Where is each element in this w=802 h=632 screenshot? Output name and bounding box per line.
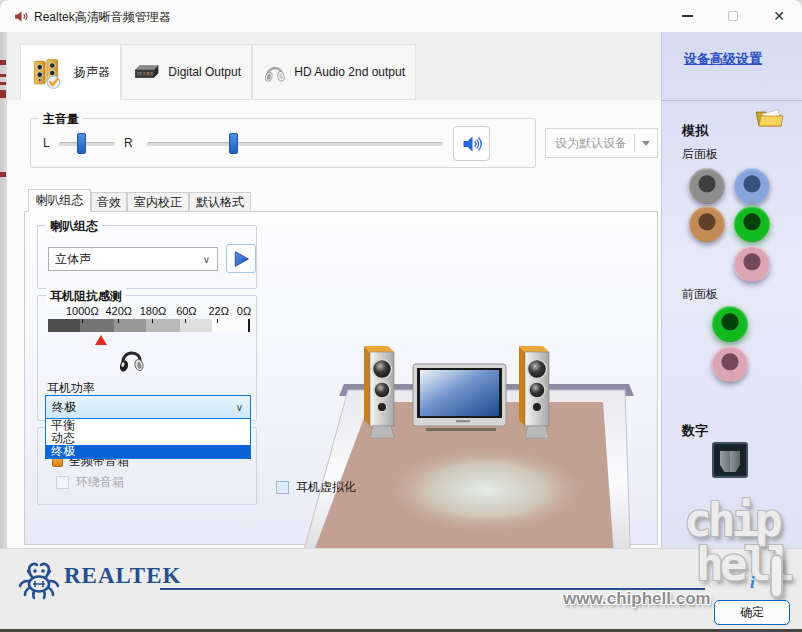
tab-room-correction[interactable]: 室内校正 bbox=[127, 192, 189, 212]
folder-icon[interactable] bbox=[754, 104, 784, 130]
tab-hd-audio-2nd-output-label: HD Audio 2nd output bbox=[294, 65, 405, 79]
desktop-artifact bbox=[0, 82, 6, 85]
tab-sound-effects-label: 音效 bbox=[97, 194, 121, 211]
tick-label: 60Ω bbox=[176, 305, 196, 317]
tab-speakers[interactable]: 扬声器 bbox=[20, 44, 121, 101]
front-panel-label: 前面板 bbox=[682, 286, 718, 303]
optical-port-icon bbox=[720, 448, 740, 472]
speaker-config-select[interactable]: 立体声 ∨ bbox=[48, 247, 218, 271]
tab-default-format-label: 默认格式 bbox=[196, 194, 244, 211]
tab-speakers-label: 扬声器 bbox=[74, 64, 110, 81]
optical-spdif-connector[interactable] bbox=[712, 442, 748, 478]
close-icon: ✕ bbox=[773, 9, 785, 23]
dropdown-option-balanced[interactable]: 平衡 bbox=[46, 419, 250, 432]
maximize-button[interactable] bbox=[712, 0, 754, 32]
tab-default-format[interactable]: 默认格式 bbox=[189, 192, 251, 212]
desktop-edge-artifact bbox=[0, 32, 7, 629]
window-title: Realtek高清晰音频管理器 bbox=[34, 9, 171, 26]
speaker-configuration-label: 喇叭组态 bbox=[46, 218, 102, 235]
headphone-power-combobox[interactable]: 终极 ∨ bbox=[45, 395, 251, 419]
right-speaker bbox=[519, 346, 549, 438]
device-advanced-settings-link[interactable]: 设备高级设置 bbox=[684, 50, 762, 68]
digital-device-icon bbox=[132, 55, 160, 89]
impedance-tick-labels: 1000Ω 420Ω 180Ω 60Ω 22Ω 0Ω bbox=[48, 305, 250, 317]
speaker-config-panel: 喇叭组态 立体声 ∨ 耳机阻抗感测 1000Ω bbox=[24, 211, 658, 545]
set-default-dropdown-arrow[interactable] bbox=[635, 141, 657, 146]
play-test-button[interactable] bbox=[226, 244, 256, 273]
realtek-crab-logo bbox=[16, 559, 62, 603]
desktop-artifact bbox=[0, 172, 6, 177]
surround-speaker-checkbox-row[interactable]: 环绕音箱 bbox=[56, 474, 124, 491]
set-default-device-button[interactable]: 设为默认设备 bbox=[545, 128, 658, 158]
tab-digital-output-label: Digital Output bbox=[168, 65, 241, 79]
main-volume-group: 主音量 L R bbox=[30, 118, 536, 168]
dropdown-option-ultimate[interactable]: 终极 bbox=[46, 445, 250, 458]
close-button[interactable]: ✕ bbox=[758, 0, 800, 32]
app-speaker-icon bbox=[13, 8, 30, 25]
ok-button[interactable]: 确定 bbox=[714, 600, 790, 625]
bar-tick bbox=[185, 319, 186, 323]
sidebar-divider bbox=[662, 100, 802, 101]
tick-label: 180Ω bbox=[140, 305, 167, 317]
analog-section-label: 模拟 bbox=[682, 122, 708, 140]
headphone-power-dropdown-list: 平衡 动态 终极 bbox=[45, 418, 251, 459]
volume-slider-handle[interactable] bbox=[229, 133, 238, 154]
site-watermark: www.chiphell.com bbox=[563, 589, 711, 609]
dropdown-option-dynamic[interactable]: 动态 bbox=[46, 432, 250, 445]
balance-right-label: R bbox=[124, 136, 133, 150]
tab-hd-audio-2nd-output[interactable]: HD Audio 2nd output bbox=[252, 44, 416, 100]
maximize-icon bbox=[728, 11, 738, 21]
virtualization-checkbox[interactable] bbox=[276, 481, 289, 494]
rear-jack-gray-side[interactable] bbox=[689, 168, 725, 204]
bar-tick bbox=[82, 319, 83, 323]
front-jack-green-headphone[interactable] bbox=[712, 306, 748, 342]
speaker-configuration-group: 喇叭组态 立体声 ∨ bbox=[37, 225, 257, 289]
rear-panel-label: 后面板 bbox=[682, 146, 718, 163]
main-volume-label: 主音量 bbox=[39, 111, 83, 128]
virtualization-label: 耳机虚拟化 bbox=[296, 479, 356, 496]
rear-jack-blue-line-in[interactable] bbox=[734, 168, 770, 204]
tick-label: 22Ω bbox=[208, 305, 228, 317]
tab-speaker-config[interactable]: 喇叭组态 bbox=[28, 189, 91, 212]
left-speaker bbox=[364, 346, 394, 438]
speakers-icon bbox=[31, 52, 66, 94]
surround-checkbox[interactable] bbox=[56, 476, 69, 489]
tv bbox=[413, 364, 506, 431]
mute-toggle-button[interactable] bbox=[453, 126, 490, 161]
desktop-artifact bbox=[0, 90, 6, 98]
impedance-marker-triangle bbox=[95, 335, 107, 345]
tab-room-correction-label: 室内校正 bbox=[134, 194, 182, 211]
balance-slider[interactable] bbox=[59, 142, 115, 146]
titlebar: Realtek高清晰音频管理器 ✕ bbox=[0, 0, 802, 32]
headphone-virtualization-row[interactable]: 耳机虚拟化 bbox=[276, 479, 356, 496]
front-jack-pink-mic[interactable] bbox=[712, 346, 748, 382]
info-icon[interactable]: i bbox=[750, 573, 755, 593]
tick-label: 1000Ω bbox=[66, 305, 99, 317]
balance-left-label: L bbox=[43, 136, 50, 150]
room-illustration bbox=[296, 328, 678, 584]
surround-label: 环绕音箱 bbox=[76, 474, 124, 491]
tab-digital-output[interactable]: Digital Output bbox=[121, 44, 252, 100]
desktop-artifact bbox=[0, 60, 6, 65]
headphone-power-value: 终极 bbox=[46, 399, 236, 416]
minimize-button[interactable] bbox=[666, 0, 708, 32]
volume-slider[interactable] bbox=[147, 142, 443, 146]
tab-speaker-config-label: 喇叭组态 bbox=[36, 192, 84, 209]
rear-jack-green-line-out[interactable] bbox=[734, 206, 770, 242]
tick-label: 0Ω bbox=[237, 305, 251, 317]
ok-button-label: 确定 bbox=[740, 604, 764, 621]
set-default-device-label: 设为默认设备 bbox=[546, 135, 634, 152]
impedance-gradient-bar bbox=[48, 319, 250, 332]
tick-label: 420Ω bbox=[105, 305, 132, 317]
tab-sound-effects[interactable]: 音效 bbox=[91, 192, 127, 212]
play-icon bbox=[232, 250, 250, 268]
connector-sidebar: 设备高级设置 模拟 后面板 前面板 数字 bbox=[661, 32, 802, 548]
bar-tick bbox=[152, 319, 153, 323]
rear-jack-orange-center[interactable] bbox=[689, 206, 725, 242]
balance-slider-handle[interactable] bbox=[77, 133, 86, 154]
headphone-impedance-label: 耳机阻抗感测 bbox=[46, 288, 126, 305]
headphone-icon bbox=[116, 346, 146, 376]
rear-jack-pink-mic[interactable] bbox=[734, 246, 770, 282]
bar-tick bbox=[217, 319, 218, 323]
chevron-down-icon bbox=[642, 141, 650, 146]
